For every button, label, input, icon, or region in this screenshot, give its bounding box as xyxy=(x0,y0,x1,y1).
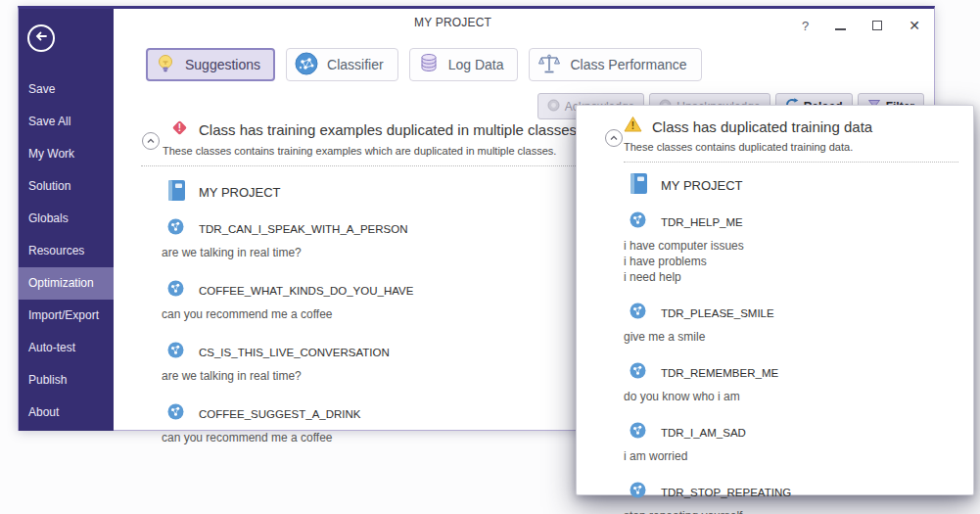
classifier-network-icon xyxy=(295,52,318,78)
scales-icon xyxy=(537,52,561,78)
svg-text:!: ! xyxy=(631,120,634,131)
maximize-icon[interactable] xyxy=(872,17,882,34)
sidebar-item-my-work[interactable]: My Work xyxy=(19,138,114,170)
class-row[interactable]: COFFEE_SUGGEST_A_DRINK xyxy=(167,403,413,424)
class-icon xyxy=(630,422,646,443)
training-example: do you know who i am xyxy=(624,389,791,404)
project-book-icon xyxy=(167,179,186,206)
project-row[interactable]: MY PROJECT xyxy=(167,179,413,206)
class-row[interactable]: COFFEE_WHAT_KINDS_DO_YOU_HAVE xyxy=(167,280,413,301)
sidebar: Save Save All My Work Solution Globals R… xyxy=(19,9,114,431)
section-heading: Class has duplicated training data xyxy=(652,118,872,135)
training-example: i have problems xyxy=(624,254,791,269)
sidebar-item-optimization[interactable]: Optimization xyxy=(19,267,114,300)
sidebar-item-globals[interactable]: Globals xyxy=(19,203,114,235)
class-row[interactable]: TDR_STOP_REPEATING xyxy=(630,482,791,502)
list-item: TDR_CAN_I_SPEAK_WITH_A_PERSON are we tal… xyxy=(162,218,413,260)
duplicated-classes-list: MY PROJECT TDR_CAN_I_SPEAK_WITH_A_PERSON… xyxy=(162,179,413,465)
duplicated-training-data-panel: ! Class has duplicated training data The… xyxy=(576,105,974,495)
class-row[interactable]: TDR_CAN_I_SPEAK_WITH_A_PERSON xyxy=(167,218,413,239)
tab-bar: Suggestions Classifier Log Data Class Pe… xyxy=(146,48,702,81)
sidebar-item-save-all[interactable]: Save All xyxy=(19,106,114,138)
list-item: COFFEE_SUGGEST_A_DRINK can you recommend… xyxy=(162,403,413,445)
window-controls: ? ✕ xyxy=(802,17,920,34)
back-arrow-icon xyxy=(33,28,49,48)
tab-label: Classifier xyxy=(327,57,384,72)
class-row[interactable]: CS_IS_THIS_LIVE_CONVERSATION xyxy=(167,342,413,362)
duplicated-data-classes-list: MY PROJECT TDR_HELP_ME i have computer i… xyxy=(624,172,791,514)
window-title: MY PROJECT xyxy=(414,16,491,29)
duplicated-training-data-section: ! Class has duplicated training data The… xyxy=(596,116,963,163)
training-example: are we talking in real time? xyxy=(162,368,413,384)
class-icon xyxy=(167,403,184,424)
dotted-divider xyxy=(624,162,958,163)
class-icon xyxy=(630,211,646,232)
list-item: TDR_REMEMBER_ME do you know who i am xyxy=(624,362,791,404)
close-icon[interactable]: ✕ xyxy=(909,19,920,32)
sidebar-nav: Save Save All My Work Solution Globals R… xyxy=(19,73,114,429)
database-icon xyxy=(418,52,440,77)
class-icon xyxy=(167,280,184,301)
minimize-icon[interactable] xyxy=(835,17,846,34)
project-row[interactable]: MY PROJECT xyxy=(630,172,791,199)
training-example: i have computer issues xyxy=(624,238,791,254)
class-icon xyxy=(167,342,184,362)
tab-log-data[interactable]: Log Data xyxy=(409,48,519,81)
training-example: i am worried xyxy=(624,448,791,464)
list-item: TDR_HELP_ME i have computer issues i hav… xyxy=(624,211,791,285)
tab-classifier[interactable]: Classifier xyxy=(286,48,398,81)
sidebar-item-import-export[interactable]: Import/Export xyxy=(19,300,114,332)
list-item: COFFEE_WHAT_KINDS_DO_YOU_HAVE can you re… xyxy=(162,280,413,322)
class-icon xyxy=(630,482,646,502)
list-item: CS_IS_THIS_LIVE_CONVERSATION are we talk… xyxy=(162,342,413,384)
svg-text:!: ! xyxy=(178,122,181,133)
acknowledge-circle-icon xyxy=(547,99,560,115)
training-example: are we talking in real time? xyxy=(162,245,413,260)
sidebar-item-about[interactable]: About xyxy=(19,397,114,429)
error-diamond-icon: ! xyxy=(170,118,189,141)
tab-suggestions[interactable]: Suggestions xyxy=(146,48,275,81)
training-example: stop repeating yourself xyxy=(624,508,791,514)
class-row[interactable]: TDR_PLEASE_SMILE xyxy=(630,303,791,323)
class-icon xyxy=(630,303,646,323)
sidebar-item-save[interactable]: Save xyxy=(19,73,114,106)
sidebar-item-resources[interactable]: Resources xyxy=(19,235,114,267)
section-subheading: These classes contains duplicated traini… xyxy=(624,141,963,153)
list-item: TDR_PLEASE_SMILE give me a smile xyxy=(624,303,791,345)
project-book-icon xyxy=(630,172,648,199)
tab-class-performance[interactable]: Class Performance xyxy=(529,48,701,81)
tab-label: Suggestions xyxy=(185,57,260,72)
list-item: TDR_STOP_REPEATING stop repeating yourse… xyxy=(624,482,791,514)
training-example: i need help xyxy=(624,269,791,285)
class-row[interactable]: TDR_I_AM_SAD xyxy=(630,422,791,443)
training-example: can you recommend me a coffee xyxy=(162,306,413,322)
warning-triangle-icon: ! xyxy=(624,116,642,137)
class-row[interactable]: TDR_HELP_ME xyxy=(630,211,791,232)
list-item: TDR_I_AM_SAD i am worried xyxy=(624,422,791,464)
sidebar-item-auto-test[interactable]: Auto-test xyxy=(19,332,114,364)
class-icon xyxy=(167,218,184,239)
section-heading: Class has training examples duplicated i… xyxy=(199,121,577,138)
training-example: give me a smile xyxy=(624,329,791,345)
back-button[interactable] xyxy=(27,24,55,52)
sidebar-item-publish[interactable]: Publish xyxy=(19,364,114,397)
class-row[interactable]: TDR_REMEMBER_ME xyxy=(630,362,791,383)
training-example: can you recommend me a coffee xyxy=(162,430,413,445)
class-icon xyxy=(630,362,646,383)
help-icon[interactable]: ? xyxy=(802,19,809,33)
tab-label: Class Performance xyxy=(570,57,686,72)
tab-label: Log Data xyxy=(448,57,504,72)
sidebar-item-solution[interactable]: Solution xyxy=(19,170,114,203)
lightbulb-icon xyxy=(155,53,176,77)
